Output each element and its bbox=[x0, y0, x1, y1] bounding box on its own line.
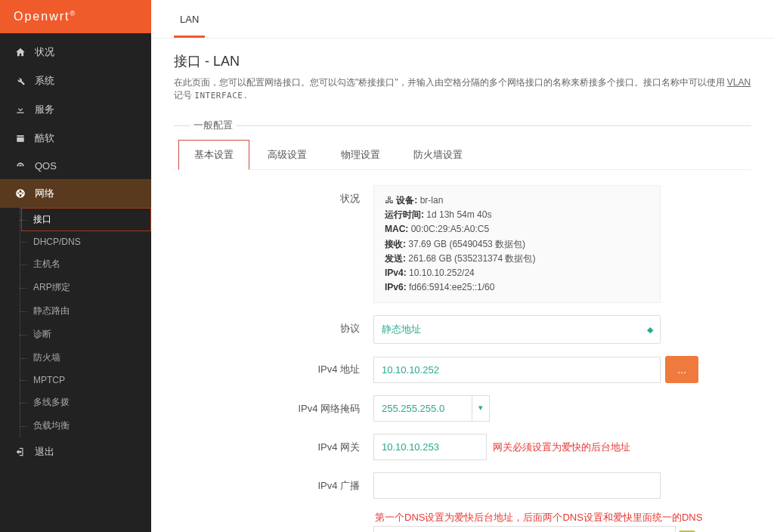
dns-note: 第一个DNS设置为爱快后台地址，后面两个DNS设置和爱快里面统一的DNS bbox=[375, 511, 742, 524]
subnav-static-route[interactable]: 静态路由 bbox=[21, 299, 151, 323]
nav: 状况 系统 服务 酷软 QOS 网络 接口 bbox=[0, 33, 151, 532]
ipv4-netmask-input[interactable] bbox=[373, 395, 472, 422]
globe-icon bbox=[14, 188, 27, 199]
status-box: 🖧 设备: br-lan 运行时间: 1d 13h 54m 40s MAC: 0… bbox=[373, 185, 661, 303]
main-content: LAN 接口 - LAN 在此页面，您可以配置网络接口。您可以勾选"桥接接口"，… bbox=[151, 0, 774, 532]
brand-logo: Openwrt® bbox=[0, 0, 151, 33]
ipv4-address-input[interactable] bbox=[373, 357, 661, 383]
nav-qos[interactable]: QOS bbox=[0, 153, 151, 179]
label-ipv4-gw: IPv4 网关 bbox=[183, 434, 373, 454]
subnav-mptcp[interactable]: MPTCP bbox=[21, 370, 151, 391]
interface-tabs: LAN bbox=[151, 0, 774, 39]
sidebar: Openwrt® 状况 系统 服务 酷软 QOS bbox=[0, 0, 151, 532]
label-ipv4-addr: IPv4 地址 bbox=[183, 356, 373, 376]
nav-services[interactable]: 服务 bbox=[0, 95, 151, 124]
label-status: 状况 bbox=[183, 185, 373, 206]
nav-label: 酷软 bbox=[35, 131, 54, 145]
tab-basic[interactable]: 基本设置 bbox=[178, 140, 249, 170]
subnav-arp[interactable]: ARP绑定 bbox=[21, 276, 151, 299]
nav-label: QOS bbox=[35, 160, 57, 172]
signal-icon bbox=[14, 161, 27, 172]
label-ipv4-mask: IPv4 网络掩码 bbox=[183, 395, 373, 416]
nav-label: 系统 bbox=[35, 74, 54, 88]
tab-advanced[interactable]: 高级设置 bbox=[252, 141, 322, 169]
tab-lan[interactable]: LAN bbox=[174, 0, 205, 38]
nav-cool[interactable]: 酷软 bbox=[0, 124, 151, 153]
subnav-dhcp-dns[interactable]: DHCP/DNS bbox=[21, 231, 151, 252]
dns-input-1[interactable] bbox=[373, 526, 676, 532]
ipv4-gateway-input[interactable] bbox=[373, 434, 487, 460]
nav-label: 退出 bbox=[35, 445, 54, 459]
form: 状况 🖧 设备: br-lan 运行时间: 1d 13h 54m 40s MAC… bbox=[174, 170, 751, 532]
nav-network[interactable]: 网络 bbox=[0, 179, 151, 208]
page-title: 接口 - LAN bbox=[174, 52, 751, 70]
label-protocol: 协议 bbox=[183, 315, 373, 336]
subnav-loadbalance[interactable]: 负载均衡 bbox=[21, 414, 151, 438]
device-icon: 🖧 bbox=[385, 195, 394, 206]
download-icon bbox=[14, 104, 27, 115]
ipv4-extra-button[interactable]: ... bbox=[665, 356, 698, 383]
protocol-select[interactable]: 静态地址 ◆ bbox=[373, 315, 661, 344]
logout-icon bbox=[14, 447, 27, 457]
nav-network-submenu: 接口 DHCP/DNS 主机名 ARP绑定 静态路由 诊断 防火墙 MPTCP … bbox=[0, 208, 151, 438]
label-ipv4-bcast: IPv4 广播 bbox=[183, 472, 373, 493]
gateway-note: 网关必须设置为爱快的后台地址 bbox=[493, 441, 630, 454]
general-config-fieldset: 一般配置 基本设置 高级设置 物理设置 防火墙设置 状况 🖧 设备: br-la… bbox=[174, 119, 751, 532]
subnav-firewall[interactable]: 防火墙 bbox=[21, 346, 151, 370]
nav-logout[interactable]: 退出 bbox=[0, 438, 151, 466]
calendar-icon bbox=[14, 133, 27, 144]
fieldset-legend: 一般配置 bbox=[190, 119, 236, 132]
nav-label: 网络 bbox=[35, 187, 54, 200]
nav-label: 状况 bbox=[35, 45, 54, 59]
ipv4-netmask-combo[interactable]: ▾ bbox=[373, 395, 490, 422]
ipv4-broadcast-input[interactable] bbox=[373, 472, 661, 499]
dashboard-icon bbox=[14, 47, 27, 57]
subnav-diagnose[interactable]: 诊断 bbox=[21, 323, 151, 346]
tab-physical[interactable]: 物理设置 bbox=[326, 141, 395, 169]
tab-firewall[interactable]: 防火墙设置 bbox=[398, 141, 478, 169]
nav-status[interactable]: 状况 bbox=[0, 38, 151, 66]
page-description: 在此页面，您可以配置网络接口。您可以勾选"桥接接口"，并输入由空格分隔的多个网络… bbox=[174, 76, 751, 102]
chevron-down-icon[interactable]: ▾ bbox=[472, 395, 490, 422]
nav-system[interactable]: 系统 bbox=[0, 66, 151, 95]
config-tabs: 基本设置 高级设置 物理设置 防火墙设置 bbox=[174, 132, 751, 170]
nav-label: 服务 bbox=[35, 103, 54, 116]
subnav-hostname[interactable]: 主机名 bbox=[21, 252, 151, 276]
vlan-link[interactable]: VLAN bbox=[727, 77, 751, 88]
subnav-interfaces[interactable]: 接口 bbox=[21, 208, 151, 231]
subnav-mwan[interactable]: 多线多拨 bbox=[21, 391, 151, 414]
wrench-icon bbox=[14, 76, 27, 86]
